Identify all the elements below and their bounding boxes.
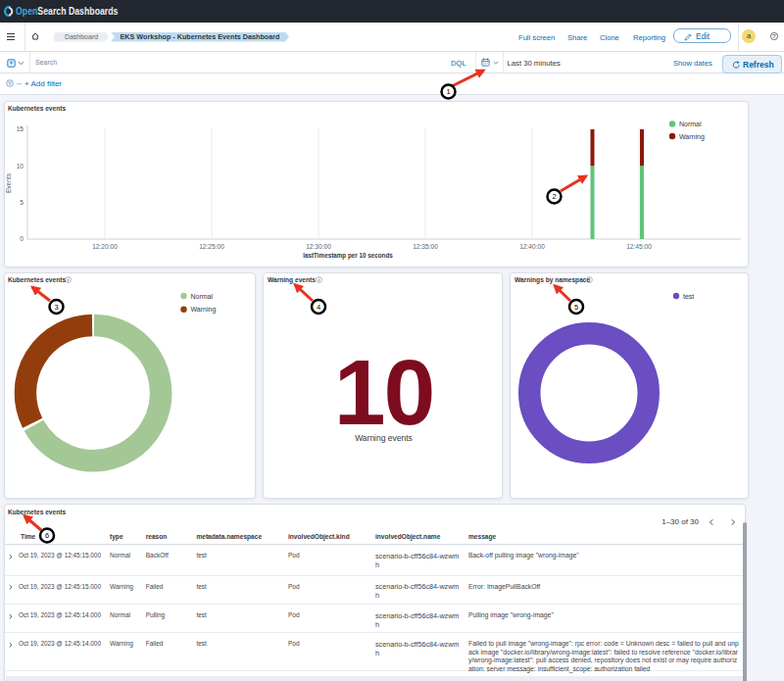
svg-text:5: 5: [574, 303, 578, 312]
svg-text:2: 2: [552, 192, 556, 201]
svg-text:3: 3: [54, 303, 58, 312]
svg-text:6: 6: [45, 531, 49, 540]
svg-text:1: 1: [446, 87, 450, 96]
svg-text:4: 4: [317, 303, 320, 312]
